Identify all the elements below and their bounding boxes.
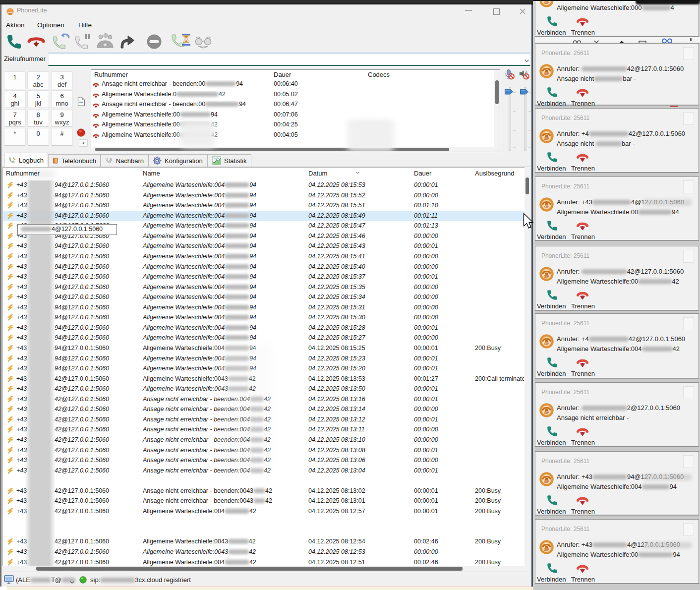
svg-text:SIP: SIP xyxy=(544,480,549,483)
svg-text:SIP: SIP xyxy=(544,205,549,209)
svg-text:SIP: SIP xyxy=(544,342,549,346)
svg-text:SIP: SIP xyxy=(544,275,549,278)
svg-text:SIP: SIP xyxy=(544,548,549,551)
svg-text:SIP: SIP xyxy=(544,137,549,140)
svg-text:SIP: SIP xyxy=(544,411,549,414)
svg-text:SIP: SIP xyxy=(544,72,549,75)
svg-text:SIP: SIP xyxy=(544,1,549,4)
